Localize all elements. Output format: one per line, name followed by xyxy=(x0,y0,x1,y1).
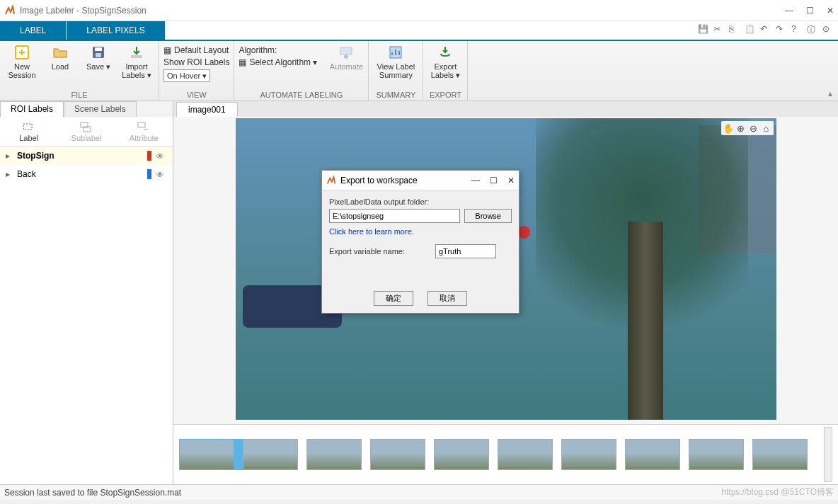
svg-rect-2 xyxy=(95,47,102,51)
label-tool-button[interactable]: Label xyxy=(0,117,57,146)
status-message: Session last saved to file StopSignSessi… xyxy=(4,488,181,498)
tab-scene-labels[interactable]: Scene Labels xyxy=(64,101,137,117)
browse-button[interactable]: Browse xyxy=(464,209,512,223)
visibility-icon[interactable]: 👁 xyxy=(156,151,167,160)
automate-button[interactable]: Automate xyxy=(328,44,364,71)
tab-roi-labels[interactable]: ROI Labels xyxy=(0,101,64,117)
visibility-icon[interactable]: 👁 xyxy=(156,170,167,178)
window-minimize-button[interactable]: — xyxy=(785,6,793,16)
window-close-button[interactable]: ✕ xyxy=(827,6,834,16)
thumbnail[interactable] xyxy=(752,439,808,470)
dialog-title: Export to workspace xyxy=(340,176,471,185)
on-hover-select[interactable]: On Hover ▾ xyxy=(163,69,210,82)
svg-point-6 xyxy=(344,55,348,59)
thumbnail[interactable] xyxy=(306,439,362,470)
dialog-close-button[interactable]: ✕ xyxy=(507,176,515,185)
ribbon-group-file: New Session Load Save ▾ Import Labels ▾ … xyxy=(0,41,159,101)
svg-rect-3 xyxy=(96,53,101,57)
ribbon-group-view: ▦Default Layout Show ROI Labels On Hover… xyxy=(159,41,234,101)
default-layout-button[interactable]: ▦Default Layout xyxy=(163,45,229,55)
dialog-maximize-button[interactable]: ☐ xyxy=(490,176,498,185)
output-folder-input[interactable] xyxy=(329,209,460,223)
matlab-icon xyxy=(4,5,16,16)
sublabel-tool-button: Sublabel xyxy=(57,117,115,146)
svg-rect-8 xyxy=(23,124,32,130)
new-session-button[interactable]: New Session xyxy=(4,44,40,79)
save-icon[interactable]: 💾 xyxy=(698,24,709,35)
pan-icon[interactable]: ✋ xyxy=(723,122,734,134)
show-roi-labels: Show ROI Labels xyxy=(163,57,229,67)
select-algorithm-button[interactable]: ▦Select Algorithm ▾ xyxy=(239,57,326,67)
home-icon[interactable]: ⌂ xyxy=(761,122,772,134)
load-button[interactable]: Load xyxy=(42,44,78,71)
thumbnail[interactable] xyxy=(179,439,234,470)
thumbnail-strip xyxy=(173,424,838,484)
copy-icon[interactable]: ⎘ xyxy=(729,24,740,35)
export-dialog[interactable]: Export to workspace — ☐ ✕ PixelLabelData… xyxy=(321,170,520,314)
view-group-label: VIEW xyxy=(163,89,229,101)
image-tab[interactable]: image001 xyxy=(176,102,238,117)
dialog-minimize-button[interactable]: — xyxy=(471,176,480,185)
quick-access-toolbar: 💾 ✂ ⎘ 📋 ↶ ↷ ? ⓘ ⊙ xyxy=(698,24,834,35)
label-name: Back xyxy=(17,169,143,179)
status-bar: Session last saved to file StopSignSessi… xyxy=(0,484,838,500)
save-button[interactable]: Save ▾ xyxy=(81,44,116,71)
thumbnail[interactable] xyxy=(498,439,553,470)
color-swatch xyxy=(147,169,151,179)
tab-label[interactable]: LABEL xyxy=(0,21,67,40)
import-labels-button[interactable]: Import Labels ▾ xyxy=(119,44,154,80)
window-maximize-button[interactable]: ☐ xyxy=(806,6,814,16)
thumbnail-scrollbar[interactable] xyxy=(824,427,832,482)
window-title: Image Labeler - StopSignSession xyxy=(20,6,785,16)
help-qat-icon[interactable]: ? xyxy=(791,24,803,35)
file-group-label: FILE xyxy=(4,89,154,101)
algorithm-header: Algorithm: xyxy=(239,45,326,55)
cancel-button[interactable]: 取消 xyxy=(427,291,467,306)
expand-icon[interactable]: ▸ xyxy=(6,169,13,179)
export-labels-button[interactable]: Export Labels ▾ xyxy=(427,44,463,80)
help-icon[interactable]: ⓘ xyxy=(807,24,818,35)
learn-more-link[interactable]: Click here to learn more. xyxy=(329,227,512,236)
ribbon-group-automate: Algorithm: ▦Select Algorithm ▾ Automate … xyxy=(234,41,369,101)
expand-icon[interactable]: ▸ xyxy=(6,151,13,161)
thumbnail[interactable] xyxy=(243,439,298,470)
label-list: ▸ StopSign 👁 ▸ Back 👁 xyxy=(0,147,173,484)
thumbnail[interactable] xyxy=(434,439,489,470)
window-titlebar[interactable]: Image Labeler - StopSignSession — ☐ ✕ xyxy=(0,0,838,21)
thumbnail[interactable] xyxy=(625,439,680,470)
output-folder-label: PixelLabelData output folder: xyxy=(329,197,512,206)
watermark: https://blog.csd @51CTO博客 xyxy=(721,486,834,498)
main-tab-row: LABEL LABEL PIXELS 💾 ✂ ⎘ 📋 ↶ ↷ ? ⓘ ⊙ xyxy=(0,21,838,41)
svg-rect-11 xyxy=(138,122,145,127)
scene-trunk xyxy=(628,222,663,420)
label-row-back[interactable]: ▸ Back 👁 xyxy=(0,165,173,183)
thumbnail[interactable] xyxy=(689,439,744,470)
dialog-titlebar[interactable]: Export to workspace — ☐ ✕ xyxy=(322,171,519,190)
ribbon-group-export: Export Labels ▾ EXPORT xyxy=(423,41,468,101)
matlab-icon xyxy=(326,176,336,185)
ok-button[interactable]: 确定 xyxy=(374,291,413,306)
undo-icon[interactable]: ↶ xyxy=(760,24,771,35)
thumbnail[interactable] xyxy=(370,439,425,470)
svg-rect-5 xyxy=(340,47,352,55)
svg-rect-4 xyxy=(131,55,142,58)
left-panel: ROI Labels Scene Labels Label Sublabel A… xyxy=(0,101,173,484)
summary-group-label: SUMMARY xyxy=(373,89,418,101)
attribute-tool-button: Attribute xyxy=(115,117,173,146)
zoom-in-icon[interactable]: ⊕ xyxy=(735,122,747,134)
label-name: StopSign xyxy=(17,151,143,161)
color-swatch xyxy=(147,151,151,161)
view-label-summary-button[interactable]: View Label Summary xyxy=(373,44,418,79)
thumbnail[interactable] xyxy=(561,439,616,470)
ribbon-collapse-icon[interactable]: ▴ xyxy=(828,88,832,98)
options-icon[interactable]: ⊙ xyxy=(822,24,834,35)
zoom-out-icon[interactable]: ⊖ xyxy=(748,122,759,134)
ribbon: New Session Load Save ▾ Import Labels ▾ … xyxy=(0,41,838,101)
export-group-label: EXPORT xyxy=(427,89,463,101)
redo-icon[interactable]: ↷ xyxy=(776,24,787,35)
cut-icon[interactable]: ✂ xyxy=(713,24,725,35)
paste-icon[interactable]: 📋 xyxy=(745,24,756,35)
tab-label-pixels[interactable]: LABEL PIXELS xyxy=(67,21,164,40)
label-row-stopsign[interactable]: ▸ StopSign 👁 xyxy=(0,147,173,165)
variable-name-input[interactable] xyxy=(435,244,496,258)
